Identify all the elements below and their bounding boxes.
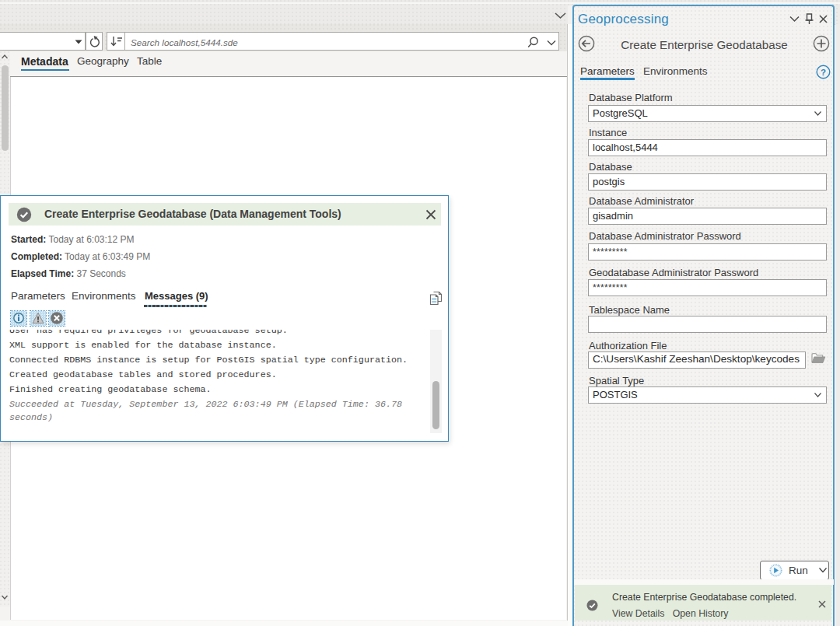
svg-text:?: ? (821, 68, 826, 77)
